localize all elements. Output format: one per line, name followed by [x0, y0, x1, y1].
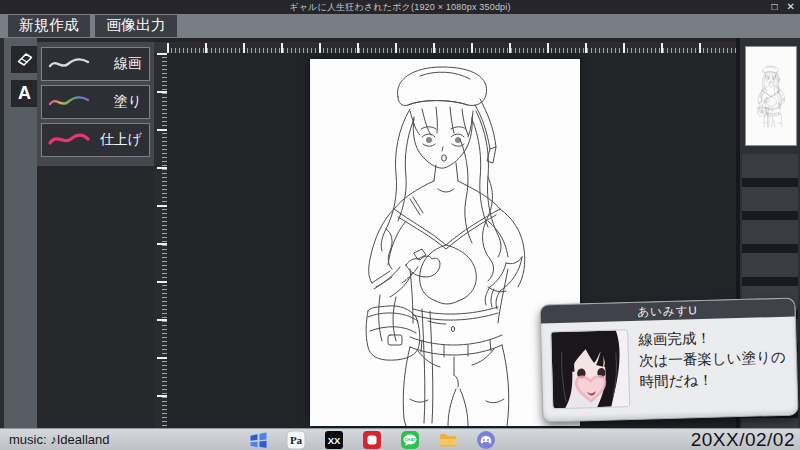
taskbar-icons: Pa XX CHAT [248, 430, 496, 450]
music-label: music: [9, 432, 47, 447]
now-playing: music: ♪Idealland [9, 432, 109, 447]
thumbnail-drawing [748, 50, 794, 142]
files-taskbar-button[interactable] [438, 430, 458, 450]
windows-start-button[interactable] [248, 430, 268, 450]
maximize-button[interactable]: □ [772, 0, 778, 14]
text-tool-label: A [18, 83, 31, 104]
new-file-button[interactable]: 新規作成 [8, 15, 90, 37]
layer-item-lineart[interactable]: 線画 [41, 47, 150, 81]
layer-item-finishing[interactable]: 仕上げ [41, 123, 150, 157]
pa-app-icon: Pa [286, 430, 306, 450]
text-tool-button[interactable]: A [11, 80, 38, 107]
game-chat-icon [476, 430, 496, 450]
ruler-corner [154, 42, 167, 53]
chat-app-icon: CHAT [400, 430, 420, 450]
close-button[interactable]: ✕ [787, 0, 795, 14]
eraser-icon [15, 50, 35, 70]
lineart-drawing [310, 59, 580, 426]
lineart-brush-stroke-icon [47, 55, 91, 73]
message-line: 次は一番楽しい塗りの [639, 347, 786, 372]
svg-text:CHAT: CHAT [404, 437, 416, 442]
windows-logo-icon [249, 431, 268, 450]
tool-strip: A [0, 38, 37, 428]
window-title: ギャルに人生狂わされたボク(1920 × 1080px 350dpi) [0, 0, 800, 14]
xx-app-taskbar-button[interactable]: XX [324, 430, 344, 450]
menubar: 新規作成 画像出力 [0, 14, 800, 38]
pink-brush-stroke-icon [47, 131, 91, 149]
paint-app-window: ギャルに人生狂わされたボク(1920 × 1080px 350dpi) □ ✕ … [0, 0, 800, 450]
navigator-thumbnail[interactable] [745, 46, 797, 146]
assistant-message: 線画完成！ 次は一番楽しい塗りの 時間だね！ [638, 325, 787, 407]
vertical-ruler [154, 53, 167, 428]
assistant-avatar [550, 329, 630, 409]
avatar-girl-image [551, 330, 629, 408]
message-line: 時間だね！ [639, 368, 786, 393]
export-image-button[interactable]: 画像出力 [95, 15, 177, 37]
titlebar: ギャルに人生狂わされたボク(1920 × 1080px 350dpi) □ ✕ [0, 0, 800, 14]
video-app-taskbar-button[interactable] [362, 430, 382, 450]
xx-app-icon: XX [324, 430, 344, 450]
system-date: 20XX/02/02 [691, 429, 795, 450]
assistant-dialog: あいみすU [539, 297, 798, 422]
svg-text:XX: XX [328, 435, 341, 446]
drawing-canvas[interactable] [310, 59, 580, 426]
chat-app-taskbar-button[interactable]: CHAT [400, 430, 420, 450]
horizontal-ruler [167, 42, 737, 53]
folder-icon [438, 430, 458, 450]
eraser-tool-button[interactable] [11, 46, 38, 73]
svg-text:Pa: Pa [290, 434, 303, 446]
video-app-icon [362, 430, 382, 450]
taskbar: music: ♪Idealland Pa [0, 428, 800, 450]
rainbow-brush-stroke-icon [47, 93, 91, 111]
music-track: ♪Idealland [50, 432, 109, 447]
layer-item-coloring[interactable]: 塗り [41, 85, 150, 119]
layer-label: 仕上げ [100, 131, 142, 149]
voice-chat-taskbar-button[interactable] [476, 430, 496, 450]
layers-panel: 線画 塗り 仕上げ [37, 42, 154, 166]
layer-label: 塗り [114, 93, 142, 111]
paint-app-taskbar-button[interactable]: Pa [286, 430, 306, 450]
layer-label: 線画 [114, 55, 142, 73]
